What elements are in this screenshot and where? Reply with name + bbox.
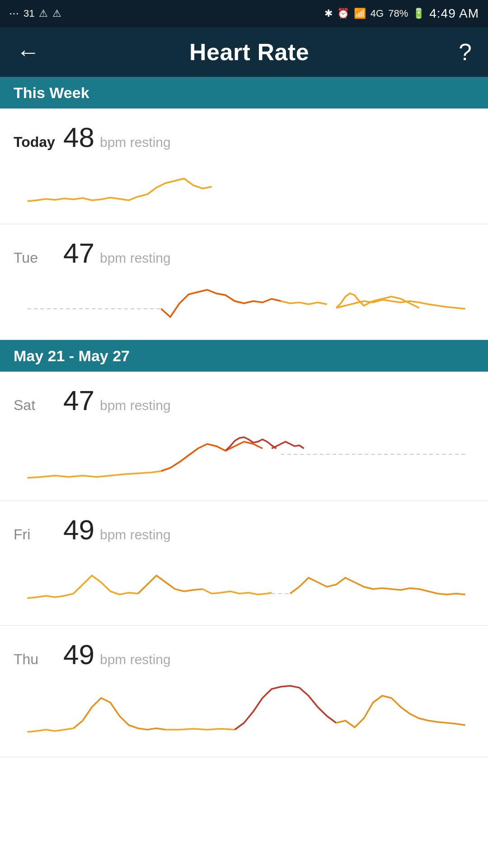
day-row-tue[interactable]: Tue 47 bpm resting [0,224,488,340]
battery-icon: 🔋 [413,8,425,19]
network-icon: 4G [371,8,384,19]
day-bpm-label-today: bpm resting [100,135,171,150]
help-button[interactable]: ? [459,38,472,66]
section-header-may21: May 21 - May 27 [0,340,488,372]
calendar-icon: 31 [23,8,34,19]
day-bpm-tue: 47 [63,237,94,269]
day-row-sat[interactable]: Sat 47 bpm resting [0,372,488,501]
alarm-icon: ⏰ [337,8,349,19]
status-bar: ⋯ 31 ⚠ ⚠ ✱ ⏰ 📶 4G 78% 🔋 4:49 AM [0,0,488,27]
day-label-today: Today [14,134,63,151]
notification-icon: ⋯ [9,8,19,19]
day-label-thu: Thu [14,651,63,668]
day-label-sat: Sat [14,397,63,414]
chart-fri [14,553,474,616]
status-left-icons: ⋯ 31 ⚠ ⚠ [9,8,61,19]
section-label-this-week: This Week [14,84,89,102]
bluetooth-icon: ✱ [324,8,333,19]
day-row-fri[interactable]: Fri 49 bpm resting [0,501,488,626]
back-button[interactable]: ← [16,38,40,66]
day-bpm-fri: 49 [63,514,94,546]
chart-tue [14,276,474,330]
day-bpm-label-tue: bpm resting [100,250,171,266]
chart-today [14,160,474,215]
day-row-thu[interactable]: Thu 49 bpm resting [0,626,488,757]
warning2-icon: ⚠ [52,8,61,19]
day-label-fri: Fri [14,526,63,543]
section-header-this-week: This Week [0,77,488,108]
day-bpm-label-fri: bpm resting [100,527,171,542]
status-right-icons: ✱ ⏰ 📶 4G 78% 🔋 4:49 AM [324,6,479,21]
day-bpm-thu: 49 [63,638,94,670]
status-time: 4:49 AM [429,6,479,21]
chart-sat [14,424,474,491]
day-row-today[interactable]: Today 48 bpm resting [0,108,488,224]
day-bpm-label-sat: bpm resting [100,398,171,413]
day-bpm-today: 48 [63,121,94,153]
app-bar: ← Heart Rate ? [0,27,488,77]
day-bpm-sat: 47 [63,384,94,416]
battery-percent: 78% [388,8,408,19]
wifi-icon: 📶 [354,8,366,19]
warning1-icon: ⚠ [39,8,48,19]
day-label-tue: Tue [14,250,63,266]
day-bpm-label-thu: bpm resting [100,652,171,667]
section-label-may21: May 21 - May 27 [14,347,130,365]
page-title: Heart Rate [189,38,309,66]
chart-thu [14,678,474,748]
